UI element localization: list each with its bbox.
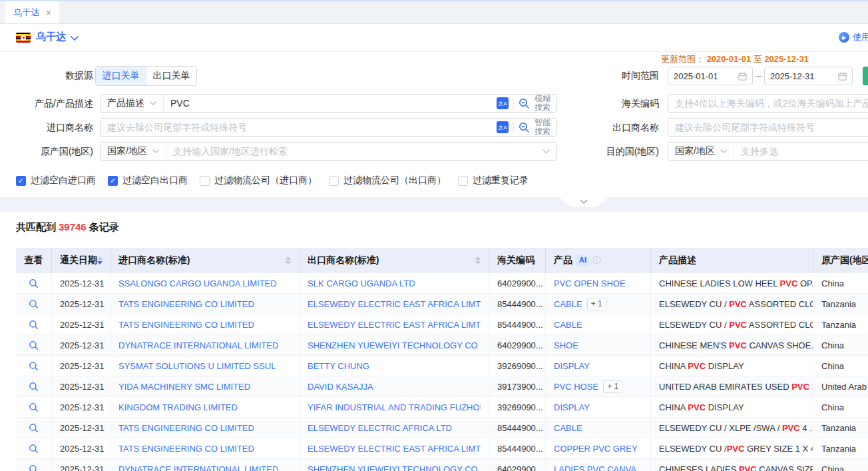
importer-link[interactable]: DYNATRACE INTERNATIONAL LIMITED [118, 340, 278, 350]
product-link[interactable]: CABLE [554, 320, 582, 330]
cell-date: 2025-12-31 [52, 335, 110, 355]
sort-asc-icon[interactable] [286, 256, 291, 260]
importer-link[interactable]: TATS ENGINEERING CO LIMITED [118, 299, 254, 309]
cell-date: 2025-12-31 [52, 356, 110, 376]
product-link[interactable]: COPPER PVC GREY [554, 444, 638, 454]
view-record-icon[interactable] [29, 464, 39, 471]
product-input[interactable] [164, 95, 491, 111]
country-selector[interactable]: 乌干达 [36, 31, 66, 43]
destination-type-select[interactable]: 国家/地区 [668, 143, 734, 160]
sort-asc-icon[interactable] [475, 256, 481, 260]
exporter-link[interactable]: DAVID KASAJJA [308, 382, 373, 392]
exporter-link[interactable]: ELSEWEDY ELECTRIC EAST AFRICA LIMTED [308, 320, 481, 330]
product-link[interactable]: PVC OPEN SHOE [554, 278, 626, 288]
exporter-link[interactable]: BETTY CHUNG [308, 361, 369, 371]
date-end-input[interactable]: 2025-12-31 [764, 67, 853, 85]
view-record-icon[interactable] [29, 423, 39, 433]
data-source-option[interactable]: 出口关单 [146, 67, 196, 85]
product-link[interactable]: DISPLAY [554, 402, 590, 412]
collapse-form-button[interactable] [559, 197, 608, 207]
sort-asc-icon[interactable] [97, 256, 103, 260]
view-record-icon[interactable] [29, 340, 39, 350]
view-record-icon[interactable] [29, 382, 39, 392]
tab-uganda[interactable]: 乌干达 × [5, 1, 59, 23]
data-source-option[interactable]: 进口关单 [96, 67, 146, 85]
origin-country-input[interactable] [166, 143, 536, 159]
sort-control[interactable] [286, 256, 291, 264]
origin-type-select[interactable]: 国家/地区 [101, 143, 166, 160]
search-button[interactable] [863, 67, 868, 85]
cell-exporter: DAVID KASAJJA [300, 376, 489, 396]
view-record-icon[interactable] [29, 361, 39, 371]
exporter-link[interactable]: YIFAR INDUSTRIAL AND TRADING FUZHOU... [308, 402, 481, 412]
view-record-icon[interactable] [29, 299, 39, 309]
date-value: 2025-12-31 [60, 278, 105, 288]
product-description: ELSEWEDY CU / PVC ASSORTED CLO... [659, 299, 813, 309]
exporter-link[interactable]: ELSEWEDY ELECTRIC EAST AFRICA LIMTED [308, 444, 481, 454]
cell-importer: KINGDOM TRADING LIMITED [110, 397, 300, 417]
more-products-badge[interactable]: + 1 [587, 298, 606, 310]
view-record-icon[interactable] [29, 278, 39, 288]
sort-desc-icon[interactable] [286, 261, 291, 264]
filter-checkbox[interactable]: ✓过滤空白出口商 [108, 175, 188, 187]
product-link[interactable]: DISPLAY [554, 361, 590, 371]
more-products-badge[interactable]: + 1 [603, 380, 622, 393]
sort-control[interactable] [97, 256, 103, 264]
view-record-icon[interactable] [29, 402, 39, 412]
importer-link[interactable]: TATS ENGINEERING CO LIMITED [118, 423, 254, 433]
column-header-product: 产品AIⓘ [546, 248, 651, 273]
filter-checkbox-label: 过滤重复记录 [473, 175, 529, 187]
importer-input[interactable] [101, 119, 491, 135]
exporter-link[interactable]: SHENZHEN YUEWEIYI TECHNOLOGY CO LTD [308, 340, 481, 350]
chevron-down-icon[interactable] [536, 149, 556, 154]
sort-control[interactable] [475, 256, 481, 264]
exporter-link[interactable]: SLK CARGO UGANDA LTD [308, 278, 415, 288]
exporter-link[interactable]: ELSEWEDY ELECTRIC EAST AFRICA LIMTED [308, 299, 481, 309]
sort-desc-icon[interactable] [475, 261, 481, 264]
importer-link[interactable]: KINGDOM TRADING LIMITED [118, 402, 238, 412]
importer-link[interactable]: SYSMAT SOLUTIONS U LIMITED SSUL [118, 361, 276, 371]
view-record-icon[interactable] [29, 320, 39, 330]
product-link[interactable]: SHOE [554, 340, 578, 350]
product-link[interactable]: LADIES PVC CANVA [554, 464, 636, 471]
smart-search-label[interactable]: 智能搜索 [535, 119, 550, 136]
importer-link[interactable]: TATS ENGINEERING CO LIMITED [118, 320, 254, 330]
hs-code-input[interactable] [668, 95, 868, 111]
filter-checkbox[interactable]: 过滤重复记录 [458, 175, 529, 187]
product-type-select[interactable]: 产品描述 [101, 95, 164, 112]
column-header-exporter[interactable]: 出口商名称(标准) [300, 248, 489, 273]
product-link[interactable]: CABLE [554, 423, 582, 433]
smart-search-icon[interactable] [519, 122, 530, 133]
column-header-importer[interactable]: 进口商名称(标准) [110, 248, 300, 273]
form-collapse-band [0, 197, 868, 212]
importer-link[interactable]: SSALONGO CARGO UGANDA LIMITED [118, 278, 277, 288]
close-icon[interactable]: × [46, 8, 51, 17]
importer-link[interactable]: YIDA MACHINERY SMC LIMITED [118, 382, 250, 392]
exporter-input[interactable] [668, 119, 868, 135]
fuzzy-search-icon[interactable] [519, 98, 530, 109]
cell-view [16, 459, 52, 471]
fuzzy-search-label[interactable]: 模糊搜索 [535, 95, 550, 112]
view-record-icon[interactable] [29, 444, 39, 454]
help-link[interactable]: ▶ 使用 [839, 31, 868, 43]
translate-icon[interactable]: 文A [497, 121, 509, 133]
product-link[interactable]: CABLE [554, 299, 582, 309]
info-icon[interactable]: ⓘ [592, 254, 601, 266]
importer-link[interactable]: DYNATRACE INTERNATIONAL LIMITED [118, 464, 278, 471]
destination-country-input[interactable] [734, 143, 868, 159]
product-link[interactable]: PVC HOSE [554, 382, 598, 392]
filter-checkbox[interactable]: ✓过滤空白进口商 [16, 175, 96, 187]
hs-value: 85444900... [497, 299, 543, 309]
filter-checkbox[interactable]: 过滤物流公司（出口商） [329, 175, 446, 187]
column-header-date[interactable]: 通关日期 [52, 248, 110, 273]
importer-link[interactable]: TATS ENGINEERING CO LIMITED [118, 444, 254, 454]
sort-desc-icon[interactable] [97, 261, 103, 264]
update-range-start: 2020-01-01 [707, 54, 752, 64]
table-row: 2025-12-31SSALONGO CARGO UGANDA LIMITEDS… [16, 273, 868, 294]
date-start-input[interactable]: 2025-01-01 [668, 67, 753, 85]
exporter-link[interactable]: SHENZHEN YUEWEIYI TECHNOLOGY CO LTD [308, 464, 481, 471]
exporter-link[interactable]: ELSEWEDY ELECTRIC AFRICA LTD [308, 423, 452, 433]
chevron-down-icon[interactable] [71, 36, 79, 41]
translate-icon[interactable]: 文A [497, 97, 509, 109]
filter-checkbox[interactable]: 过滤物流公司（进口商） [200, 175, 317, 187]
